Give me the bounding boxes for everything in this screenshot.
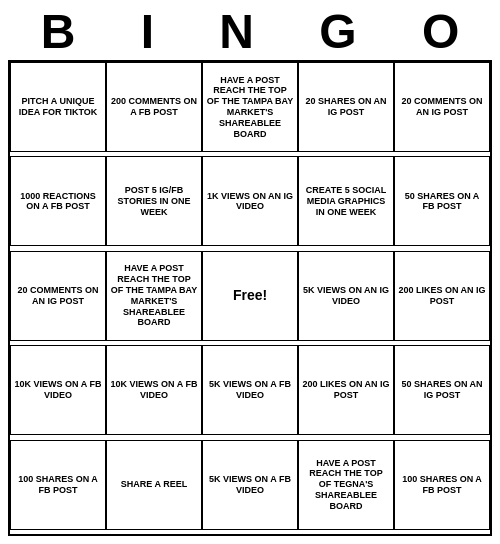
bingo-cell-24[interactable]: 100 SHARES ON A FB POST: [394, 440, 490, 530]
bingo-cell-13[interactable]: 5K VIEWS ON AN IG VIDEO: [298, 251, 394, 341]
bingo-cell-5[interactable]: 1000 REACTIONS ON A FB POST: [10, 156, 106, 246]
bingo-cell-17[interactable]: 5K VIEWS ON A FB VIDEO: [202, 345, 298, 435]
bingo-cell-15[interactable]: 10K VIEWS ON A FB VIDEO: [10, 345, 106, 435]
bingo-letter-g: G: [319, 8, 356, 56]
bingo-letter-b: B: [41, 8, 76, 56]
bingo-cell-23[interactable]: HAVE A POST REACH THE TOP OF TEGNA'S SHA…: [298, 440, 394, 530]
bingo-cell-14[interactable]: 200 LIKES ON AN IG POST: [394, 251, 490, 341]
bingo-cell-10[interactable]: 20 COMMENTS ON AN IG POST: [10, 251, 106, 341]
bingo-letter-n: N: [219, 8, 254, 56]
bingo-cell-19[interactable]: 50 SHARES ON AN IG POST: [394, 345, 490, 435]
bingo-cell-21[interactable]: SHARE A REEL: [106, 440, 202, 530]
bingo-cell-0[interactable]: PITCH A UNIQUE IDEA FOR TIKTOK: [10, 62, 106, 152]
bingo-cell-18[interactable]: 200 LIKES ON AN IG POST: [298, 345, 394, 435]
bingo-cell-16[interactable]: 10K VIEWS ON A FB VIDEO: [106, 345, 202, 435]
bingo-cell-7[interactable]: 1K VIEWS ON AN IG VIDEO: [202, 156, 298, 246]
bingo-header: BINGO: [8, 8, 492, 56]
bingo-cell-22[interactable]: 5K VIEWS ON A FB VIDEO: [202, 440, 298, 530]
bingo-cell-6[interactable]: POST 5 IG/FB STORIES IN ONE WEEK: [106, 156, 202, 246]
bingo-cell-1[interactable]: 200 COMMENTS ON A FB POST: [106, 62, 202, 152]
bingo-letter-i: I: [141, 8, 154, 56]
bingo-letter-o: O: [422, 8, 459, 56]
bingo-cell-20[interactable]: 100 SHARES ON A FB POST: [10, 440, 106, 530]
bingo-cell-2[interactable]: HAVE A POST REACH THE TOP OF THE TAMPA B…: [202, 62, 298, 152]
bingo-cell-9[interactable]: 50 SHARES ON A FB POST: [394, 156, 490, 246]
bingo-cell-11[interactable]: HAVE A POST REACH THE TOP OF THE TAMPA B…: [106, 251, 202, 341]
bingo-grid: PITCH A UNIQUE IDEA FOR TIKTOK200 COMMEN…: [8, 60, 492, 536]
bingo-cell-3[interactable]: 20 SHARES ON AN IG POST: [298, 62, 394, 152]
bingo-cell-8[interactable]: CREATE 5 SOCIAL MEDIA GRAPHICS IN ONE WE…: [298, 156, 394, 246]
bingo-cell-4[interactable]: 20 COMMENTS ON AN IG POST: [394, 62, 490, 152]
bingo-cell-12[interactable]: Free!: [202, 251, 298, 341]
